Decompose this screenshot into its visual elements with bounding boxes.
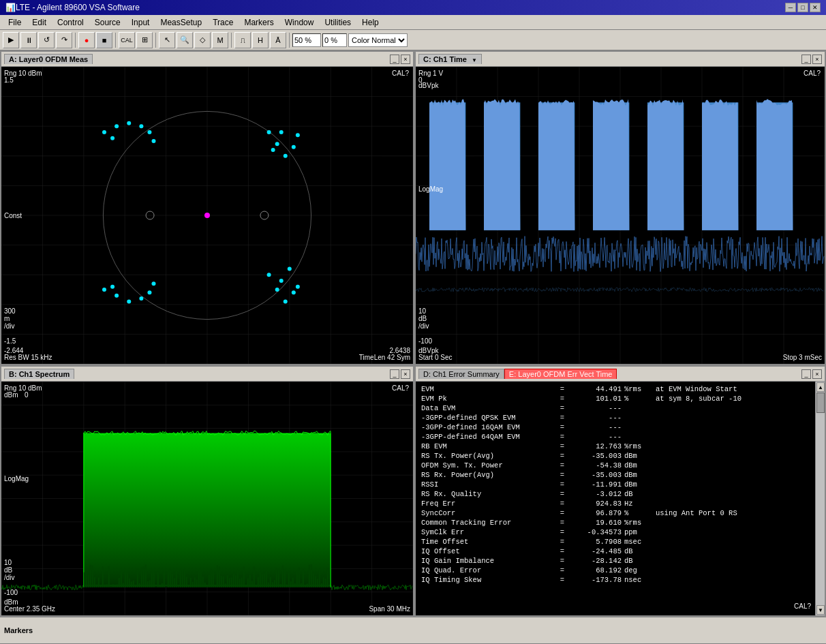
trace-button[interactable]: ⎍ — [234, 32, 251, 48]
scale-input[interactable] — [322, 33, 347, 47]
panel-c-header: C: Ch1 Time ▼ _ × — [416, 52, 825, 67]
title-text: LTE - Agilent 89600 VSA Software — [16, 3, 140, 12]
marker2-button[interactable]: M — [212, 32, 228, 48]
record-button[interactable]: ● — [78, 32, 95, 48]
restart-button[interactable]: ↺ — [38, 32, 55, 48]
error-metric-row: RS Rx. Quality=-3.012dB — [421, 489, 812, 499]
error-metric-row: Common Tracking Error=19.610%rms — [421, 518, 812, 527]
error-metric-row: IQ Timing Skew=-173.78nsec — [421, 575, 812, 585]
panel-de-header: D: Ch1 Error Summary E: Layer0 OFDM Err … — [416, 367, 825, 382]
error-metric-row: RS Tx. Power(Avg)=-35.003dBm — [421, 451, 812, 461]
menu-utilities[interactable]: Utilities — [319, 16, 356, 29]
avg-button[interactable]: Ā — [270, 32, 286, 48]
menu-help[interactable]: Help — [356, 16, 384, 29]
panel-c-close[interactable]: × — [812, 55, 822, 64]
panel-b-logmag: LogMag — [4, 475, 29, 482]
close-button[interactable]: ✕ — [810, 3, 821, 12]
panel-a-header: A: Layer0 OFDM Meas _ × — [1, 52, 413, 67]
panel-de-scrollbar[interactable]: ▲ ▼ — [815, 382, 825, 615]
error-metric-row: Time Offset=5.7908msec — [421, 537, 812, 547]
panel-b-body: Rng 10 dBm CAL? 0 dBm LogMag 10dB/div -1… — [1, 382, 413, 615]
window-controls: ─ □ ✕ — [785, 3, 821, 12]
error-metric-row: EVM=44.491%rmsat EVM Window Start — [421, 384, 812, 394]
panel-c-logmag: LogMag — [418, 185, 443, 193]
hold-button[interactable]: H — [252, 32, 269, 48]
error-metric-row: OFDM Sym. Tx. Power=-54.38dBm — [421, 461, 812, 470]
menu-trace[interactable]: Trace — [207, 16, 239, 29]
scrollbar-thumb[interactable] — [816, 393, 825, 413]
toolbar-sep-2 — [115, 33, 116, 48]
panel-d-tab[interactable]: D: Ch1 Error Summary — [418, 369, 504, 379]
error-metric-row: Freq Err=924.83Hz — [421, 499, 812, 508]
menu-meassetup[interactable]: MeasSetup — [155, 16, 207, 29]
color-mode-select[interactable]: Color Normal — [348, 33, 408, 47]
maximize-button[interactable]: □ — [797, 3, 808, 12]
panel-c-start: Start 0 Sec — [418, 354, 452, 361]
zoom-button[interactable]: 🔍 — [177, 32, 193, 48]
time-chart — [416, 67, 825, 364]
menu-file[interactable]: File — [3, 16, 27, 29]
panel-b-center: Center 2.35 GHz — [4, 605, 55, 613]
error-metric-row: -3GPP-defined QPSK EVM=--- — [421, 413, 812, 423]
panel-e-tab[interactable]: E: Layer0 OFDM Err Vect Time — [504, 369, 617, 379]
panel-a-body: Rng 10 dBm CAL? 1.5 Const 300m/div -1.5 … — [1, 67, 413, 364]
panel-b-divlabel: 10dB/div — [4, 559, 15, 581]
panel-a-close[interactable]: × — [401, 55, 410, 64]
error-metric-row: Data EVM=--- — [421, 403, 812, 413]
toolbar-sep-5 — [289, 33, 290, 48]
error-metric-row: RB EVM=12.763%rms — [421, 442, 812, 451]
step-button[interactable]: ↷ — [56, 32, 72, 48]
panel-a-tab[interactable]: A: Layer0 OFDM Meas — [4, 54, 93, 64]
stop-record-button[interactable]: ■ — [96, 32, 112, 48]
panel-de-body: EVM=44.491%rmsat EVM Window StartEVM Pk=… — [416, 382, 825, 615]
title-bar: 📊 LTE - Agilent 89600 VSA Software ─ □ ✕ — [0, 0, 826, 15]
panel-b-yunit: dBm — [4, 391, 18, 399]
panel-c-tab[interactable]: C: Ch1 Time ▼ — [418, 54, 482, 64]
minimize-button[interactable]: ─ — [785, 3, 796, 12]
main-area: A: Layer0 OFDM Meas _ × Rng 10 dBm CAL? … — [0, 50, 826, 617]
panel-b-close[interactable]: × — [401, 369, 410, 379]
panel-b-controls: _ × — [390, 369, 410, 379]
error-metric-row: EVM Pk=101.01%at sym 8, subcar -10 — [421, 394, 812, 403]
cursor-button[interactable]: ↖ — [159, 32, 175, 48]
pause-button[interactable]: ⏸ — [20, 32, 37, 48]
panel-b-ytop: 0 — [25, 391, 29, 399]
title-icon: 📊 — [5, 3, 16, 12]
panel-c-cal: CAL? — [804, 70, 821, 77]
panel-b-minimize[interactable]: _ — [390, 369, 399, 379]
panel-de-minimize[interactable]: _ — [801, 369, 811, 379]
error-metric-row: RS Rx. Power(Avg)=-35.003dBm — [421, 470, 812, 480]
panel-c-minimize[interactable]: _ — [801, 55, 811, 64]
panel-c-divlabel: 10dB/div — [418, 307, 429, 330]
menu-markers[interactable]: Markers — [239, 16, 279, 29]
panel-b-span: Span 30 MHz — [369, 605, 410, 613]
play-button[interactable]: ▶ — [3, 32, 19, 48]
panel-a-minimize[interactable]: _ — [390, 55, 399, 64]
menu-bar: File Edit Control Source Input MeasSetup… — [0, 15, 826, 30]
marker-button[interactable]: ◇ — [194, 32, 211, 48]
panel-a: A: Layer0 OFDM Meas _ × Rng 10 dBm CAL? … — [0, 50, 414, 365]
menu-control[interactable]: Control — [52, 16, 89, 29]
markers-label: Markers — [4, 626, 33, 634]
grid-button[interactable]: ⊞ — [136, 32, 153, 48]
panel-a-const-label: Const — [4, 212, 22, 219]
error-summary-content: EVM=44.491%rmsat EVM Window StartEVM Pk=… — [416, 382, 825, 615]
zoom-input[interactable] — [292, 33, 321, 47]
error-metric-row: SymClk Err=-0.34573ppm — [421, 527, 812, 537]
menu-input[interactable]: Input — [126, 16, 155, 29]
panel-de-cal: CAL? — [794, 602, 811, 610]
cal-button[interactable]: CAL — [119, 32, 135, 48]
panel-b-header: B: Ch1 Spectrum _ × — [1, 367, 413, 382]
panel-de-close[interactable]: × — [812, 369, 822, 379]
menu-window[interactable]: Window — [279, 16, 320, 29]
error-metric-row: SyncCorr=96.879%using Ant Port 0 RS — [421, 508, 812, 518]
panel-a-cal: CAL? — [392, 70, 409, 77]
menu-source[interactable]: Source — [89, 16, 126, 29]
panel-b-tab[interactable]: B: Ch1 Spectrum — [4, 369, 74, 379]
menu-edit[interactable]: Edit — [27, 16, 52, 29]
panel-b-cal: CAL? — [392, 384, 409, 392]
panel-b-ybottom: -100 — [4, 589, 18, 596]
panel-c: C: Ch1 Time ▼ _ × Rng 1 V CAL? 0 dBVpk L… — [414, 50, 826, 365]
toolbar-sep-4 — [231, 33, 232, 48]
error-metric-row: RSSI=-11.991dBm — [421, 480, 812, 489]
